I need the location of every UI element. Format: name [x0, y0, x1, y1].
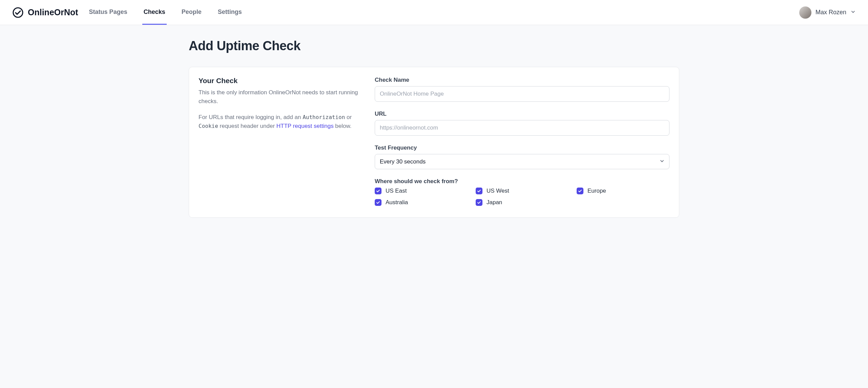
checkbox-icon — [375, 188, 381, 194]
brand-name: OnlineOrNot — [28, 7, 78, 17]
brand-logo[interactable]: OnlineOrNot — [12, 7, 78, 18]
region-label: US East — [386, 188, 407, 194]
nav-checks[interactable]: Checks — [142, 0, 167, 25]
page-title: Add Uptime Check — [189, 39, 679, 53]
frequency-select[interactable]: Every 30 seconds — [375, 154, 669, 169]
form-card: Your Check This is the only information … — [189, 67, 679, 218]
region-europe[interactable]: Europe — [577, 188, 669, 194]
region-us-west[interactable]: US West — [476, 188, 569, 194]
frequency-label: Test Frequency — [375, 144, 669, 151]
http-request-settings-link[interactable]: HTTP request settings — [276, 123, 334, 129]
form-body: Check Name URL Test Frequency Every 30 s… — [375, 77, 669, 206]
logo-check-icon — [12, 7, 24, 18]
nav-status-pages[interactable]: Status Pages — [88, 0, 129, 25]
field-check-name: Check Name — [375, 77, 669, 102]
side-title: Your Check — [199, 77, 361, 85]
nav-people[interactable]: People — [180, 0, 203, 25]
nav-settings[interactable]: Settings — [216, 0, 243, 25]
page: Add Uptime Check Your Check This is the … — [177, 25, 691, 231]
side-desc-1: This is the only information OnlineOrNot… — [199, 88, 361, 106]
region-japan[interactable]: Japan — [476, 199, 569, 206]
region-label: Japan — [487, 199, 502, 206]
field-frequency: Test Frequency Every 30 seconds — [375, 144, 669, 169]
side-desc-2: For URLs that require logging in, add an… — [199, 113, 361, 131]
url-input[interactable] — [375, 120, 669, 136]
svg-point-0 — [13, 8, 23, 17]
side-desc-2-mid: or — [345, 114, 352, 120]
url-label: URL — [375, 111, 669, 117]
region-australia[interactable]: Australia — [375, 199, 468, 206]
avatar — [799, 6, 811, 19]
region-us-east[interactable]: US East — [375, 188, 468, 194]
region-label: Australia — [386, 199, 408, 206]
regions-label: Where should we check from? — [375, 178, 669, 185]
check-name-label: Check Name — [375, 77, 669, 83]
form-side-info: Your Check This is the only information … — [199, 77, 361, 206]
side-desc-2-code-auth: Authorization — [303, 114, 345, 120]
side-desc-2-code-cookie: Cookie — [199, 123, 218, 129]
main-nav: Status Pages Checks People Settings — [88, 0, 799, 25]
checkbox-icon — [476, 199, 482, 206]
regions-grid: US East US West Europe Australia — [375, 188, 669, 206]
user-menu[interactable]: Max Rozen — [799, 6, 856, 19]
side-desc-2-pre: For URLs that require logging in, add an — [199, 114, 303, 120]
checkbox-icon — [375, 199, 381, 206]
checkbox-icon — [577, 188, 583, 194]
region-label: Europe — [587, 188, 606, 194]
chevron-down-icon — [850, 9, 856, 16]
region-label: US West — [487, 188, 509, 194]
user-name: Max Rozen — [815, 9, 846, 16]
side-desc-2-post2: below. — [334, 123, 352, 129]
side-desc-2-post1: request header under — [218, 123, 276, 129]
field-url: URL — [375, 111, 669, 136]
field-regions: Where should we check from? US East US W… — [375, 178, 669, 206]
checkbox-icon — [476, 188, 482, 194]
app-header: OnlineOrNot Status Pages Checks People S… — [0, 0, 868, 25]
check-name-input[interactable] — [375, 86, 669, 102]
